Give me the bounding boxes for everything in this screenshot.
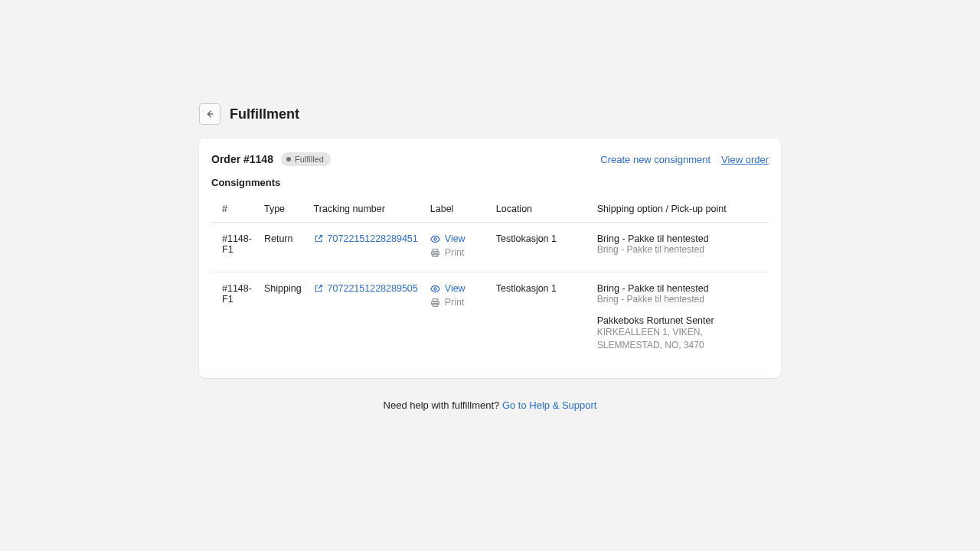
pickup-address: KIRKEALLEEN 1, VIKEN, SLEMMESTAD, NO, 34… bbox=[597, 326, 763, 352]
cell-location: Testlokasjon 1 bbox=[490, 223, 591, 272]
col-id: # bbox=[211, 196, 258, 223]
order-number: Order #1148 bbox=[211, 153, 273, 165]
footer-text: Need help with fulfillment? bbox=[384, 399, 502, 411]
col-location: Location bbox=[490, 196, 591, 223]
status-badge: Fulfilled bbox=[281, 152, 331, 166]
shipping-option-sub: Bring - Pakke til hentested bbox=[597, 244, 763, 255]
card-header: Order #1148 Fulfilled Create new consign… bbox=[211, 152, 769, 166]
cell-type: Shipping bbox=[258, 272, 308, 363]
pickup-point: Pakkeboks Rortunet SenterKIRKEALLEEN 1, … bbox=[597, 315, 763, 352]
print-label-button: Print bbox=[430, 247, 484, 258]
tracking-link[interactable]: 70722151228289505 bbox=[314, 283, 418, 294]
eye-icon bbox=[430, 284, 440, 294]
view-order-link[interactable]: View order bbox=[721, 154, 769, 165]
table-row: #1148-F1Return70722151228289451ViewPrint… bbox=[211, 223, 769, 272]
tracking-link[interactable]: 70722151228289451 bbox=[314, 233, 418, 244]
cell-tracking: 70722151228289451 bbox=[308, 223, 424, 272]
col-label: Label bbox=[424, 196, 490, 223]
printer-icon bbox=[430, 248, 440, 258]
footer: Need help with fulfillment? Go to Help &… bbox=[199, 399, 781, 411]
pickup-name: Pakkeboks Rortunet Senter bbox=[597, 315, 763, 326]
help-support-link[interactable]: Go to Help & Support bbox=[502, 399, 597, 411]
printer-icon bbox=[430, 298, 440, 308]
consignments-heading: Consignments bbox=[211, 177, 769, 188]
print-label-button: Print bbox=[430, 297, 484, 308]
svg-point-4 bbox=[434, 287, 436, 289]
page-title: Fulfillment bbox=[230, 106, 299, 122]
cell-id: #1148-F1 bbox=[211, 223, 258, 272]
cell-id: #1148-F1 bbox=[211, 272, 258, 363]
badge-text: Fulfilled bbox=[295, 155, 324, 164]
dot-icon bbox=[286, 157, 291, 161]
cell-label: ViewPrint bbox=[424, 272, 490, 363]
fulfillment-card: Order #1148 Fulfilled Create new consign… bbox=[199, 139, 781, 378]
cell-location: Testlokasjon 1 bbox=[490, 272, 591, 363]
view-label-button[interactable]: View bbox=[430, 233, 484, 244]
svg-point-0 bbox=[434, 237, 436, 240]
create-consignment-link[interactable]: Create new consignment bbox=[600, 154, 710, 165]
cell-label: ViewPrint bbox=[424, 223, 490, 272]
col-tracking: Tracking number bbox=[308, 196, 424, 223]
shipping-option-sub: Bring - Pakke til hentested bbox=[597, 294, 763, 305]
col-type: Type bbox=[258, 196, 308, 223]
external-link-icon bbox=[314, 284, 323, 293]
table-row: #1148-F1Shipping70722151228289505ViewPri… bbox=[211, 272, 769, 363]
cell-type: Return bbox=[258, 223, 308, 272]
page-header: Fulfillment bbox=[199, 103, 781, 125]
back-button[interactable] bbox=[199, 103, 220, 125]
external-link-icon bbox=[314, 234, 323, 243]
col-shipping: Shipping option / Pick-up point bbox=[591, 196, 769, 223]
shipping-option: Bring - Pakke til hentested bbox=[597, 233, 763, 244]
view-label-button[interactable]: View bbox=[430, 283, 484, 294]
arrow-left-icon bbox=[204, 109, 215, 119]
shipping-option: Bring - Pakke til hentested bbox=[597, 283, 763, 294]
cell-shipping: Bring - Pakke til hentestedBring - Pakke… bbox=[591, 272, 769, 363]
cell-tracking: 70722151228289505 bbox=[308, 272, 424, 363]
consignments-table: # Type Tracking number Label Location Sh… bbox=[211, 196, 769, 363]
cell-shipping: Bring - Pakke til hentestedBring - Pakke… bbox=[591, 223, 769, 272]
eye-icon bbox=[430, 234, 440, 244]
